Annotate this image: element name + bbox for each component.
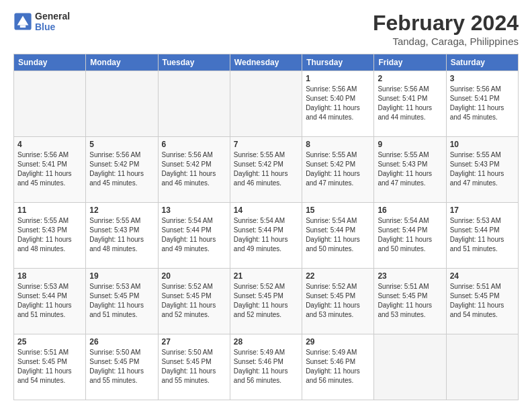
calendar-cell: 1Sunrise: 5:56 AM Sunset: 5:40 PM Daylig… — [302, 71, 374, 137]
day-number: 16 — [378, 205, 442, 215]
week-row-4: 18Sunrise: 5:53 AM Sunset: 5:44 PM Dayli… — [14, 269, 519, 334]
weekday-header-friday: Friday — [374, 54, 446, 71]
day-number: 15 — [306, 205, 370, 215]
day-info: Sunrise: 5:49 AM Sunset: 5:46 PM Dayligh… — [234, 348, 298, 385]
calendar-table: SundayMondayTuesdayWednesdayThursdayFrid… — [13, 54, 519, 400]
calendar-cell — [446, 334, 518, 400]
day-info: Sunrise: 5:54 AM Sunset: 5:44 PM Dayligh… — [306, 216, 370, 254]
day-info: Sunrise: 5:51 AM Sunset: 5:45 PM Dayligh… — [17, 348, 82, 385]
day-info: Sunrise: 5:55 AM Sunset: 5:43 PM Dayligh… — [89, 216, 154, 254]
calendar-cell — [158, 71, 230, 137]
day-number: 9 — [378, 140, 442, 149]
day-info: Sunrise: 5:52 AM Sunset: 5:45 PM Dayligh… — [234, 282, 298, 320]
calendar-cell — [14, 71, 86, 137]
calendar-cell: 27Sunrise: 5:50 AM Sunset: 5:45 PM Dayli… — [158, 334, 230, 400]
day-number: 3 — [450, 74, 515, 83]
calendar-cell: 23Sunrise: 5:51 AM Sunset: 5:45 PM Dayli… — [374, 269, 446, 334]
day-info: Sunrise: 5:56 AM Sunset: 5:40 PM Dayligh… — [306, 85, 370, 122]
calendar-cell: 21Sunrise: 5:52 AM Sunset: 5:45 PM Dayli… — [230, 269, 302, 334]
day-info: Sunrise: 5:50 AM Sunset: 5:45 PM Dayligh… — [162, 348, 226, 385]
logo-text: General Blue — [35, 11, 70, 32]
calendar-cell: 10Sunrise: 5:55 AM Sunset: 5:43 PM Dayli… — [446, 137, 518, 203]
calendar-cell: 8Sunrise: 5:55 AM Sunset: 5:42 PM Daylig… — [302, 137, 374, 203]
day-number: 25 — [17, 337, 82, 347]
day-number: 1 — [306, 74, 370, 83]
calendar-cell: 26Sunrise: 5:50 AM Sunset: 5:45 PM Dayli… — [86, 334, 158, 400]
day-info: Sunrise: 5:55 AM Sunset: 5:43 PM Dayligh… — [450, 150, 515, 188]
month-year: February 2024 — [373, 11, 519, 36]
day-info: Sunrise: 5:53 AM Sunset: 5:45 PM Dayligh… — [89, 282, 154, 320]
header: General Blue February 2024 Tandag, Carag… — [13, 11, 519, 47]
calendar-cell — [374, 334, 446, 400]
weekday-header-row: SundayMondayTuesdayWednesdayThursdayFrid… — [14, 54, 519, 71]
calendar-cell: 17Sunrise: 5:53 AM Sunset: 5:44 PM Dayli… — [446, 203, 518, 269]
calendar-cell: 29Sunrise: 5:49 AM Sunset: 5:46 PM Dayli… — [302, 334, 374, 400]
weekday-header-thursday: Thursday — [302, 54, 374, 71]
day-number: 2 — [378, 74, 442, 83]
day-info: Sunrise: 5:56 AM Sunset: 5:41 PM Dayligh… — [450, 85, 515, 122]
day-number: 28 — [234, 337, 298, 347]
day-number: 14 — [234, 205, 298, 215]
calendar-cell: 25Sunrise: 5:51 AM Sunset: 5:45 PM Dayli… — [14, 334, 86, 400]
week-row-5: 25Sunrise: 5:51 AM Sunset: 5:45 PM Dayli… — [14, 334, 519, 400]
calendar-cell: 14Sunrise: 5:54 AM Sunset: 5:44 PM Dayli… — [230, 203, 302, 269]
day-number: 24 — [450, 271, 515, 281]
day-info: Sunrise: 5:54 AM Sunset: 5:44 PM Dayligh… — [378, 216, 442, 254]
day-info: Sunrise: 5:51 AM Sunset: 5:45 PM Dayligh… — [378, 282, 442, 320]
calendar-cell: 20Sunrise: 5:52 AM Sunset: 5:45 PM Dayli… — [158, 269, 230, 334]
day-number: 12 — [89, 205, 154, 215]
calendar-cell: 24Sunrise: 5:51 AM Sunset: 5:45 PM Dayli… — [446, 269, 518, 334]
day-number: 18 — [17, 271, 82, 281]
day-number: 13 — [162, 205, 226, 215]
calendar-cell: 15Sunrise: 5:54 AM Sunset: 5:44 PM Dayli… — [302, 203, 374, 269]
calendar-cell: 11Sunrise: 5:55 AM Sunset: 5:43 PM Dayli… — [14, 203, 86, 269]
day-number: 8 — [306, 140, 370, 149]
calendar-cell: 22Sunrise: 5:52 AM Sunset: 5:45 PM Dayli… — [302, 269, 374, 334]
calendar-cell: 4Sunrise: 5:56 AM Sunset: 5:41 PM Daylig… — [14, 137, 86, 203]
day-info: Sunrise: 5:55 AM Sunset: 5:43 PM Dayligh… — [17, 216, 82, 254]
day-info: Sunrise: 5:52 AM Sunset: 5:45 PM Dayligh… — [162, 282, 226, 320]
day-number: 7 — [234, 140, 298, 149]
svg-rect-2 — [20, 26, 26, 28]
day-info: Sunrise: 5:50 AM Sunset: 5:45 PM Dayligh… — [89, 348, 154, 385]
day-info: Sunrise: 5:56 AM Sunset: 5:41 PM Dayligh… — [378, 85, 442, 122]
day-info: Sunrise: 5:56 AM Sunset: 5:41 PM Dayligh… — [17, 150, 82, 188]
weekday-header-tuesday: Tuesday — [158, 54, 230, 71]
day-number: 26 — [89, 337, 154, 347]
week-row-2: 4Sunrise: 5:56 AM Sunset: 5:41 PM Daylig… — [14, 137, 519, 203]
calendar-cell: 13Sunrise: 5:54 AM Sunset: 5:44 PM Dayli… — [158, 203, 230, 269]
calendar-cell: 7Sunrise: 5:55 AM Sunset: 5:42 PM Daylig… — [230, 137, 302, 203]
day-number: 17 — [450, 205, 515, 215]
calendar-cell — [86, 71, 158, 137]
weekday-header-wednesday: Wednesday — [230, 54, 302, 71]
day-info: Sunrise: 5:52 AM Sunset: 5:45 PM Dayligh… — [306, 282, 370, 320]
day-info: Sunrise: 5:55 AM Sunset: 5:42 PM Dayligh… — [234, 150, 298, 188]
day-number: 19 — [89, 271, 154, 281]
calendar-cell: 3Sunrise: 5:56 AM Sunset: 5:41 PM Daylig… — [446, 71, 518, 137]
calendar-cell: 5Sunrise: 5:56 AM Sunset: 5:42 PM Daylig… — [86, 137, 158, 203]
day-number: 29 — [306, 337, 370, 347]
page: General Blue February 2024 Tandag, Carag… — [0, 0, 532, 411]
day-info: Sunrise: 5:55 AM Sunset: 5:42 PM Dayligh… — [306, 150, 370, 188]
day-info: Sunrise: 5:51 AM Sunset: 5:45 PM Dayligh… — [450, 282, 515, 320]
weekday-header-monday: Monday — [86, 54, 158, 71]
day-info: Sunrise: 5:54 AM Sunset: 5:44 PM Dayligh… — [234, 216, 298, 254]
day-info: Sunrise: 5:49 AM Sunset: 5:46 PM Dayligh… — [306, 348, 370, 385]
weekday-header-sunday: Sunday — [14, 54, 86, 71]
day-info: Sunrise: 5:53 AM Sunset: 5:44 PM Dayligh… — [450, 216, 515, 254]
logo-icon — [13, 12, 32, 31]
calendar-cell: 12Sunrise: 5:55 AM Sunset: 5:43 PM Dayli… — [86, 203, 158, 269]
calendar-cell: 2Sunrise: 5:56 AM Sunset: 5:41 PM Daylig… — [374, 71, 446, 137]
calendar-cell: 19Sunrise: 5:53 AM Sunset: 5:45 PM Dayli… — [86, 269, 158, 334]
day-info: Sunrise: 5:56 AM Sunset: 5:42 PM Dayligh… — [89, 150, 154, 188]
day-number: 11 — [17, 205, 82, 215]
calendar-cell: 16Sunrise: 5:54 AM Sunset: 5:44 PM Dayli… — [374, 203, 446, 269]
week-row-1: 1Sunrise: 5:56 AM Sunset: 5:40 PM Daylig… — [14, 71, 519, 137]
calendar-cell: 18Sunrise: 5:53 AM Sunset: 5:44 PM Dayli… — [14, 269, 86, 334]
calendar-cell: 28Sunrise: 5:49 AM Sunset: 5:46 PM Dayli… — [230, 334, 302, 400]
day-info: Sunrise: 5:54 AM Sunset: 5:44 PM Dayligh… — [162, 216, 226, 254]
title-area: February 2024 Tandag, Caraga, Philippine… — [373, 11, 519, 47]
calendar-cell — [230, 71, 302, 137]
day-number: 20 — [162, 271, 226, 281]
day-number: 4 — [17, 140, 82, 149]
